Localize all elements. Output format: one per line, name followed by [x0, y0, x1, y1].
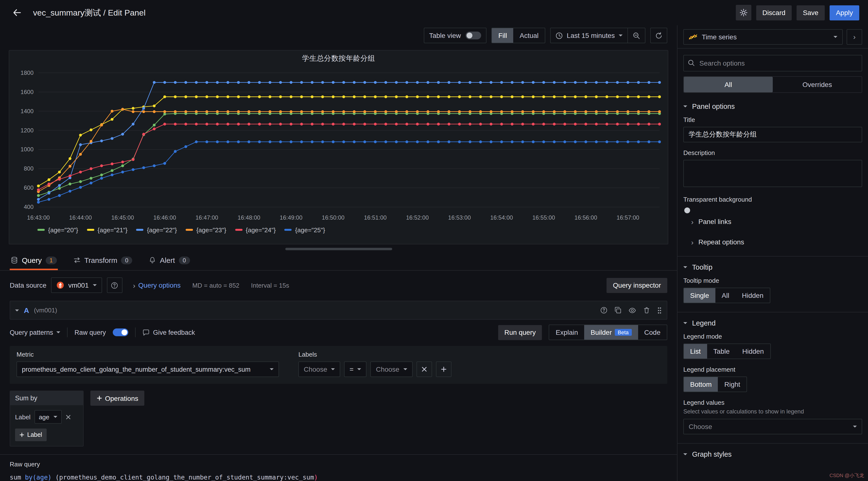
svg-text:1000: 1000 — [21, 146, 34, 152]
raw-query-label: Raw query — [74, 329, 106, 336]
datasource-help-button[interactable] — [107, 278, 122, 293]
options-tabs: All Overrides — [683, 76, 862, 93]
chevron-down-icon — [270, 368, 274, 370]
label-value-placeholder: Choose — [376, 365, 400, 373]
panel-resize-handle[interactable] — [285, 248, 392, 250]
legend-mode-segment: List Table Hidden — [683, 344, 771, 359]
duplicate-query-button[interactable] — [614, 307, 622, 314]
fill-option[interactable]: Fill — [492, 28, 514, 43]
refresh-button[interactable] — [650, 28, 667, 43]
zoom-out-button[interactable] — [627, 28, 645, 43]
panel-links-section[interactable]: › Panel links — [678, 211, 868, 232]
chevron-down-icon — [683, 266, 687, 268]
tooltip-mode-all[interactable]: All — [715, 288, 736, 303]
datasource-row: Data source vm001 — [0, 271, 677, 296]
back-button[interactable] — [9, 4, 25, 21]
add-operation-button[interactable]: Operations — [90, 391, 145, 406]
query-help-button[interactable] — [600, 307, 608, 314]
svg-text:16:52:00: 16:52:00 — [406, 214, 429, 221]
visualization-select[interactable]: Time series — [683, 29, 843, 44]
panel-settings-button[interactable] — [736, 5, 751, 21]
legend-item[interactable]: {age="22"} — [136, 226, 177, 233]
chevron-down-icon — [57, 331, 61, 333]
labels-label: Labels — [299, 351, 451, 358]
remove-query-button[interactable] — [643, 307, 650, 314]
panel-preview: 学生总分数按年龄分组 40060080010001200140016001800… — [9, 50, 668, 244]
metric-select[interactable]: prometheus_demo_client_golang_the_number… — [17, 361, 279, 377]
add-label-filter-button[interactable] — [436, 361, 451, 377]
label-name-select[interactable]: Choose — [299, 361, 340, 377]
svg-text:1600: 1600 — [21, 89, 34, 95]
query-patterns-dropdown[interactable]: Query patterns — [10, 329, 61, 336]
top-header: vec_summary测试 / Edit Panel Discard Save … — [0, 0, 868, 25]
give-feedback-link[interactable]: Give feedback — [143, 329, 195, 336]
legend-header[interactable]: Legend — [678, 318, 868, 331]
tooltip-mode-hidden[interactable]: Hidden — [736, 288, 770, 303]
chevron-down-icon — [331, 368, 335, 370]
remove-label-filter-button[interactable] — [416, 361, 432, 377]
legend-mode-list[interactable]: List — [684, 344, 707, 359]
chevron-down-icon — [403, 368, 407, 370]
legend-swatch — [37, 229, 45, 231]
visualization-label: Time series — [702, 33, 737, 40]
search-options-input[interactable] — [683, 55, 862, 71]
panel-options-header[interactable]: Panel options — [678, 101, 868, 114]
panel-description-input[interactable] — [683, 160, 862, 187]
legend-item[interactable]: {age="20"} — [37, 226, 78, 233]
legend-mode-hidden[interactable]: Hidden — [736, 344, 770, 359]
legend-mode-table[interactable]: Table — [707, 344, 736, 359]
tab-query[interactable]: Query 1 — [10, 256, 58, 270]
actual-option[interactable]: Actual — [513, 28, 545, 43]
tab-alert[interactable]: Alert 0 — [148, 256, 191, 270]
run-query-button[interactable]: Run query — [498, 325, 542, 340]
param-value-select[interactable]: age — [34, 410, 61, 424]
legend-item[interactable]: {age="23"} — [186, 226, 226, 233]
time-series-chart[interactable]: 4006008001000120014001600180016:43:0016:… — [9, 64, 664, 225]
divider — [67, 327, 68, 337]
alert-count-badge: 0 — [179, 257, 190, 264]
save-button[interactable]: Save — [797, 5, 825, 20]
legend-values-select[interactable]: Choose — [683, 419, 862, 435]
tooltip-header[interactable]: Tooltip — [678, 262, 868, 275]
remove-param-button[interactable] — [65, 414, 71, 420]
drag-handle-icon[interactable] — [657, 306, 662, 314]
legend-item[interactable]: {age="24"} — [235, 226, 276, 233]
operation-header[interactable]: Sum by — [10, 391, 83, 405]
repeat-options-heading: Repeat options — [699, 238, 744, 246]
tooltip-mode-single[interactable]: Single — [684, 288, 715, 303]
tooltip-mode-field: Tooltip mode Single All Hidden — [678, 275, 868, 308]
query-options-toggle[interactable]: › Query options — [133, 282, 181, 289]
tab-overrides[interactable]: Overrides — [773, 77, 862, 92]
code-option[interactable]: Code — [638, 325, 667, 340]
graph-styles-header[interactable]: Graph styles — [678, 449, 868, 462]
legend-item[interactable]: {age="21"} — [87, 226, 127, 233]
hide-query-button[interactable] — [628, 306, 636, 314]
legend-placement-right[interactable]: Right — [718, 377, 746, 392]
collapse-query-icon[interactable] — [15, 309, 19, 311]
chevron-right-icon: › — [691, 218, 693, 225]
legend-item[interactable]: {age="25"} — [284, 226, 325, 233]
panel-title-input[interactable] — [683, 127, 862, 142]
label-operator-select[interactable]: = — [344, 361, 367, 377]
repeat-options-section[interactable]: › Repeat options — [678, 232, 868, 252]
raw-query-toggle[interactable] — [113, 328, 128, 336]
explain-option[interactable]: Explain — [550, 325, 584, 340]
query-inspector-button[interactable]: Query inspector — [607, 278, 667, 293]
add-param-button[interactable]: Label — [15, 428, 46, 441]
tab-transform[interactable]: Transform 0 — [72, 256, 133, 270]
datasource-picker[interactable]: vm001 — [51, 278, 102, 293]
apply-button[interactable]: Apply — [830, 5, 859, 20]
discard-button[interactable]: Discard — [756, 5, 792, 20]
table-view-toggle[interactable] — [466, 32, 482, 40]
search-icon — [688, 59, 695, 67]
svg-text:16:56:00: 16:56:00 — [575, 214, 597, 221]
beta-badge: Beta — [615, 329, 631, 336]
legend-placement-bottom[interactable]: Bottom — [684, 377, 718, 392]
tab-all[interactable]: All — [684, 77, 773, 92]
builder-option[interactable]: Builder Beta — [584, 325, 638, 340]
query-ref-row[interactable]: A (vm001) — [10, 301, 667, 320]
time-range-picker[interactable]: Last 15 minutes — [551, 28, 627, 43]
svg-text:16:49:00: 16:49:00 — [280, 214, 302, 221]
collapse-options-button[interactable]: › — [847, 29, 862, 44]
label-value-select[interactable]: Choose — [371, 361, 413, 377]
